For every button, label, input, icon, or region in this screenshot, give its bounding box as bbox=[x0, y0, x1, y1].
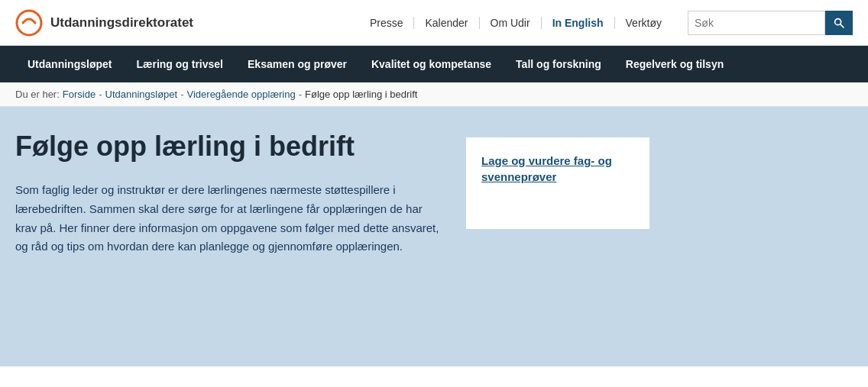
hero-body: Som faglig leder og instruktør er dere l… bbox=[15, 181, 443, 256]
main-nav-utdanningslop[interactable]: Utdanningsløpet bbox=[15, 46, 124, 82]
breadcrumb-sep-2: - bbox=[180, 89, 183, 100]
logo-text: Utdanningsdirektoratet bbox=[50, 15, 193, 31]
svg-line-2 bbox=[840, 24, 844, 27]
breadcrumb-forside[interactable]: Forside bbox=[63, 89, 96, 100]
hero-section: Følge opp lærling i bedrift Som faglig l… bbox=[0, 107, 868, 366]
top-bar: Utdanningsdirektoratet Presse Kalender O… bbox=[0, 0, 868, 46]
hero-sidebar-card: Lage og vurdere fag- og svenneprøver bbox=[466, 137, 649, 229]
main-nav-tall[interactable]: Tall og forskning bbox=[504, 46, 614, 82]
breadcrumb-current: Følge opp lærling i bedrift bbox=[305, 89, 417, 100]
breadcrumb-label: Du er her: bbox=[15, 89, 60, 100]
main-nav-kvalitet[interactable]: Kvalitet og kompetanse bbox=[359, 46, 504, 82]
logo-area: Utdanningsdirektoratet bbox=[15, 9, 193, 37]
search-area bbox=[688, 11, 853, 35]
search-input[interactable] bbox=[688, 11, 825, 35]
sidebar-link-svenneprover[interactable]: Lage og vurdere fag- og svenneprøver bbox=[481, 154, 612, 183]
top-nav-in-english[interactable]: In English bbox=[542, 17, 615, 29]
main-nav-eksamen[interactable]: Eksamen og prøver bbox=[235, 46, 359, 82]
top-navigation: Presse Kalender Om Udir In English Verkt… bbox=[359, 17, 672, 29]
main-nav-laering[interactable]: Læring og trivsel bbox=[124, 46, 235, 82]
breadcrumb-videregaende[interactable]: Videregående opplæring bbox=[187, 89, 296, 100]
breadcrumb: Du er her: Forside - Utdanningsløpet - V… bbox=[0, 82, 868, 107]
search-button[interactable] bbox=[825, 11, 853, 35]
breadcrumb-sep-3: - bbox=[299, 89, 302, 100]
main-nav-regelverk[interactable]: Regelverk og tilsyn bbox=[614, 46, 736, 82]
top-nav-verktoy[interactable]: Verktøy bbox=[615, 17, 672, 29]
breadcrumb-sep-1: - bbox=[99, 89, 102, 100]
top-nav-presse[interactable]: Presse bbox=[359, 17, 415, 29]
top-nav-kalender[interactable]: Kalender bbox=[414, 17, 479, 29]
breadcrumb-utdanningslop[interactable]: Utdanningsløpet bbox=[105, 89, 178, 100]
search-icon bbox=[833, 17, 845, 29]
svg-point-0 bbox=[17, 11, 41, 35]
main-navigation: Utdanningsløpet Læring og trivsel Eksame… bbox=[0, 46, 868, 82]
logo-icon bbox=[15, 9, 43, 37]
top-nav-om-udir[interactable]: Om Udir bbox=[480, 17, 542, 29]
hero-title: Følge opp lærling i bedrift bbox=[15, 130, 443, 163]
hero-main-content: Følge opp lærling i bedrift Som faglig l… bbox=[15, 130, 443, 336]
